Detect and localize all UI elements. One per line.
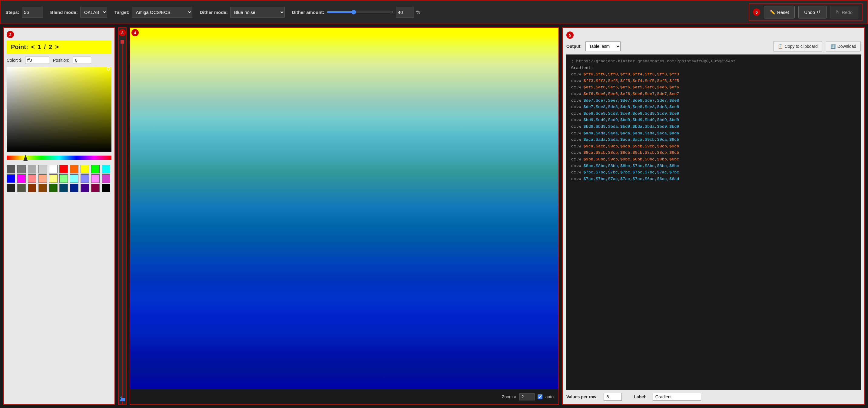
color-label: Color: $ [7,58,22,63]
values-per-row-input[interactable] [603,393,622,401]
steps-input[interactable] [22,7,43,18]
color-hex-input[interactable] [25,57,50,64]
swatch-purple[interactable] [102,174,110,183]
pencil-icon: ✏️ [770,9,775,15]
position-input[interactable] [73,57,91,64]
label-input[interactable] [653,393,701,401]
badge-5: 5 [566,32,574,39]
color-picker-panel: 2 Point: < 1 / 2 > Color: $ Position: [3,27,115,405]
target-select[interactable]: Amiga OCS/ECS C64 NES Custom [132,7,192,18]
swatch-green[interactable] [91,165,100,173]
code-line-13: dc.w $8ca,$8cb,$8cb,$8cb,$9cb,$8cb,$8cb,… [571,149,856,156]
output-footer: Values per row: Label: [566,393,861,401]
swatch-lightcyan[interactable] [70,174,79,183]
code-line-9: dc.w $bd9,$bd9,$bda,$bd9,$bda,$bda,$bd9,… [571,124,856,130]
undo-label: Undo [804,10,815,15]
swatch-indigo[interactable] [81,184,89,192]
swatch-navy[interactable] [70,184,79,192]
code-line-15: dc.w $8bc,$8bc,$8bb,$8bc,$7bc,$8bc,$8bc,… [571,163,856,170]
hue-slider-container[interactable] [7,155,112,161]
blend-mode-select[interactable]: OKLAB RGB HSL LAB [80,7,107,18]
code-line-16: dc.w $7bc,$7bc,$7bc,$7bc,$7bc,$7bc,$7ac,… [571,169,856,176]
download-button[interactable]: ⬇️ Download [826,41,861,52]
position-label: Position: [53,58,69,63]
code-line-10: dc.w $ada,$ada,$ada,$ada,$ada,$ada,$aca,… [571,130,856,137]
dither-amount-slider[interactable] [327,10,394,14]
undo-icon: ↺ [817,9,821,15]
color-fields: Color: $ Position: [7,57,112,64]
main-area: 2 Point: < 1 / 2 > Color: $ Position: [0,24,868,408]
swatch-yellow[interactable] [81,165,89,173]
dither-mode-select[interactable]: Blue noise Ordered Floyd-Steinberg None [230,7,285,18]
auto-label[interactable]: auto [546,395,554,399]
color-gradient-picker[interactable] [7,67,112,151]
swatch-darkgray[interactable] [7,165,15,173]
code-line-4: dc.w $ef6,$ee6,$ee6,$ef6,$ee6,$ee7,$de7,… [571,91,856,98]
point-prev-button[interactable]: < [31,43,35,50]
swatch-lavender[interactable] [91,174,100,183]
hue-slider-track [7,156,112,160]
download-label: Download [837,44,856,49]
swatch-peach[interactable] [38,174,47,183]
swatch-red[interactable] [59,165,68,173]
zoom-input[interactable] [519,393,534,401]
zoom-label: Zoom × [502,395,516,399]
swatch-teal[interactable] [59,184,68,192]
swatch-lightgreen[interactable] [59,174,68,183]
swatch-orange[interactable] [70,165,79,173]
undo-button[interactable]: Undo ↺ [798,6,827,19]
badge-6: 6 [753,8,760,16]
point-label: Point: [11,43,28,50]
swatch-periwinkle[interactable] [81,174,89,183]
code-line-11: dc.w $aca,$ada,$ada,$aca,$aca,$9cb,$9ca,… [571,136,856,143]
clipboard-icon: 📋 [778,44,783,49]
redo-button[interactable]: ↻ Redo [830,6,858,19]
swatch-lightgray[interactable] [28,165,36,173]
timeline-line [122,40,123,404]
blend-mode-group: Blend mode: OKLAB RGB HSL LAB [50,7,107,18]
reset-label: Reset [777,10,789,15]
badge-2: 2 [7,31,14,38]
timeline-point-top[interactable] [121,40,124,43]
panel-3-header: 3 [119,28,126,37]
swatch-darkgreen[interactable] [49,184,58,192]
target-group: Target: Amiga OCS/ECS C64 NES Custom [115,7,193,18]
swatch-darkbrown[interactable] [38,184,47,192]
swatch-black[interactable] [102,184,110,192]
swatch-lightyellow[interactable] [49,174,58,183]
swatch-cyan[interactable] [102,165,110,173]
code-line-3: dc.w $ef5,$ef6,$ef5,$ef6,$ef5,$ef6,$ee6,… [571,84,856,91]
swatch-darkolive[interactable] [17,184,26,192]
swatch-maroon[interactable] [91,184,100,192]
zoom-bar: Zoom × auto [130,389,558,404]
dither-mode-label: Dither mode: [199,10,228,15]
dither-amount-input[interactable] [396,7,414,18]
swatch-magenta[interactable] [17,174,26,183]
reset-button[interactable]: ✏️ Reset [764,6,795,19]
code-output-area: ; https://gradient-blaster.grahambates.c… [566,55,861,390]
swatch-blue[interactable] [7,174,15,183]
auto-checkbox[interactable] [537,395,542,399]
swatch-white[interactable] [49,165,58,173]
redo-label: Redo [842,10,852,15]
dither-amount-unit: % [416,10,420,14]
panel-2-header: 2 [7,31,112,38]
swatch-gray[interactable] [17,165,26,173]
code-line-8: dc.w $bd9,$cd9,$cd9,$bd9,$bd9,$bd9,$bd9,… [571,117,856,124]
swatch-verydark[interactable] [7,184,15,192]
point-next-button[interactable]: > [55,43,59,50]
swatch-brown[interactable] [28,184,36,192]
badge-3: 3 [119,29,126,36]
values-per-row-label: Values per row: [566,395,597,399]
badge-4: 4 [131,29,139,36]
target-label: Target: [115,10,130,15]
copy-to-clipboard-button[interactable]: 📋 Copy to clipboard [773,41,822,52]
gradient-display [130,28,558,389]
copy-label: Copy to clipboard [785,44,818,49]
action-buttons: 6 ✏️ Reset Undo ↺ ↻ Redo [749,3,863,21]
output-format-select[interactable]: Table: asm Table: c Palette: asm Palette… [585,41,621,51]
swatch-silver[interactable] [38,165,47,173]
timeline-track [119,40,126,404]
gradient-handle[interactable] [106,67,110,70]
swatch-pink[interactable] [28,174,36,183]
